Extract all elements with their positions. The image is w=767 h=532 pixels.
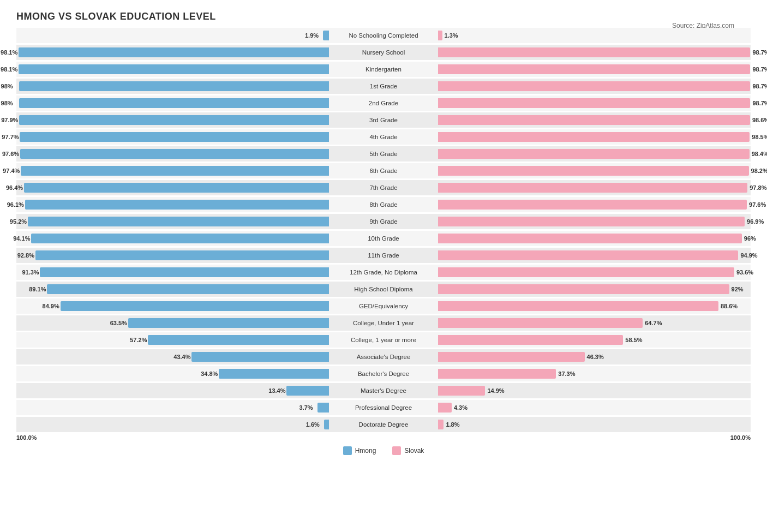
left-section: 97.4% [16,163,329,178]
slovak-bar [438,301,718,311]
hmong-value: 92.8% [17,252,34,259]
slovak-value: 98.7% [752,83,767,89]
education-level-label: Associate's Degree [329,354,438,360]
hmong-bar [20,132,329,142]
hmong-bar [19,98,329,108]
slovak-value: 98.7% [752,100,767,106]
left-section: 89.1% [16,282,329,297]
left-section: 96.1% [16,197,329,212]
slovak-value: 14.9% [487,387,504,394]
hmong-value: 1.6% [306,421,320,428]
slovak-value: 94.9% [740,252,757,259]
right-section: 97.8% [438,180,751,195]
left-section: 3.7% [16,400,329,415]
right-section: 98.7% [438,79,751,94]
left-section: 1.9% [16,28,329,43]
bar-row: 97.7%4th Grade98.5% [16,129,751,145]
education-level-label: High School Diploma [329,286,438,292]
left-section: 91.3% [16,265,329,280]
hmong-value: 96.1% [7,201,24,208]
hmong-value: 34.8% [201,370,218,377]
hmong-value: 3.7% [299,404,313,411]
slovak-value: 92% [732,286,744,292]
slovak-legend-label: Slovak [404,447,424,455]
slovak-value: 96% [744,235,756,242]
bar-row: 57.2%College, 1 year or more58.5% [16,332,751,348]
slovak-bar [438,217,745,226]
hmong-bar [128,318,329,328]
hmong-bar [286,386,329,396]
slovak-value: 88.6% [721,303,738,309]
hmong-value: 91.3% [22,269,39,276]
left-section: 34.8% [16,366,329,381]
slovak-value: 46.3% [587,354,604,360]
slovak-value: 37.3% [558,370,575,377]
slovak-bar [438,47,750,57]
education-level-label: Bachelor's Degree [329,370,438,377]
slovak-bar [438,98,750,108]
slovak-value: 97.8% [750,184,766,191]
education-level-label: 9th Grade [329,218,438,225]
hmong-value: 89.1% [29,286,46,292]
legend: Hmong Slovak [16,446,751,455]
slovak-bar [438,81,750,91]
bar-row: 97.4%6th Grade98.2% [16,163,751,178]
education-level-label: 4th Grade [329,134,438,140]
hmong-bar [324,420,329,429]
right-section: 14.9% [438,383,751,398]
slovak-value: 93.6% [736,269,753,276]
left-section: 43.4% [16,349,329,364]
hmong-bar [47,284,329,294]
education-level-label: Kindergarten [329,66,438,73]
right-section: 93.6% [438,265,751,280]
hmong-bar [24,183,329,193]
slovak-bar [438,250,738,260]
hmong-bar [148,335,329,345]
bar-row: 98%2nd Grade98.7% [16,95,751,111]
education-level-label: Master's Degree [329,387,438,394]
slovak-bar [438,31,442,40]
bar-row: 97.6%5th Grade98.4% [16,146,751,162]
left-section: 63.5% [16,315,329,331]
slovak-bar [438,318,643,328]
education-level-label: No Schooling Completed [329,32,438,39]
hmong-bar [219,369,329,379]
hmong-value: 84.9% [43,303,59,309]
hmong-value: 43.4% [173,354,190,360]
right-section: 97.6% [438,197,751,212]
bar-row: 91.3%12th Grade, No Diploma93.6% [16,265,751,280]
left-section: 57.2% [16,332,329,348]
bar-row: 1.9%No Schooling Completed1.3% [16,28,751,43]
right-section: 37.3% [438,366,751,381]
hmong-bar [20,149,329,159]
right-section: 58.5% [438,332,751,348]
right-section: 4.3% [438,400,751,415]
slovak-value: 64.7% [645,320,662,326]
legend-slovak: Slovak [392,446,424,455]
education-level-label: 8th Grade [329,201,438,208]
slovak-bar [438,369,556,379]
hmong-bar [19,81,329,91]
legend-hmong: Hmong [343,446,376,455]
right-section: 98.2% [438,163,751,178]
left-section: 98% [16,79,329,94]
slovak-value: 1.3% [445,32,458,39]
chart-container: 1.9%No Schooling Completed1.3%98.1%Nurse… [16,28,751,432]
hmong-bar [25,200,329,210]
slovak-bar [438,267,734,277]
hmong-value: 98% [1,83,13,89]
education-level-label: Nursery School [329,49,438,56]
hmong-bar [19,47,329,57]
slovak-value: 1.8% [446,421,459,428]
slovak-color-box [392,446,401,455]
left-section: 92.8% [16,248,329,263]
left-section: 96.4% [16,180,329,195]
bar-row: 94.1%10th Grade96% [16,231,751,246]
slovak-bar [438,352,585,362]
hmong-bar [191,352,329,362]
right-section: 98.7% [438,45,751,60]
right-section: 64.7% [438,315,751,331]
chart-title: HMONG VS SLOVAK EDUCATION LEVEL [16,11,751,22]
hmong-bar [35,250,329,260]
education-level-label: 6th Grade [329,168,438,174]
